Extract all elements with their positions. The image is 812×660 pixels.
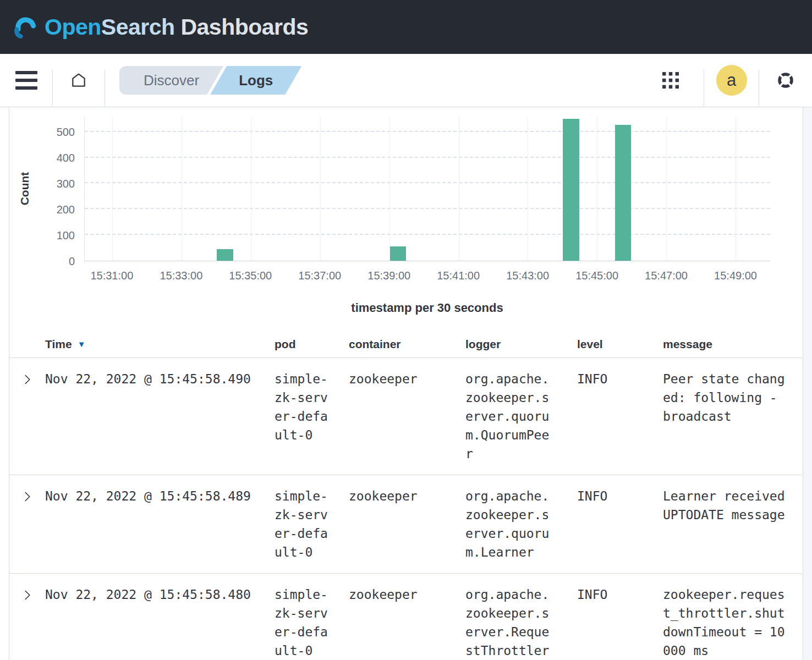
gridline-y bbox=[85, 131, 770, 132]
app-title: OpenSearch Dashboards bbox=[45, 14, 308, 40]
cell-container: zookeeper bbox=[349, 370, 453, 463]
x-tick-label: 15:31:00 bbox=[90, 270, 133, 282]
nav-bar: DiscoverLogs a bbox=[0, 54, 812, 107]
header-expander-spacer bbox=[9, 338, 45, 351]
table-row: Nov 22, 2022 @ 15:45:58.490simple-zk-ser… bbox=[9, 358, 802, 475]
table-body: Nov 22, 2022 @ 15:45:58.490simple-zk-ser… bbox=[9, 358, 802, 660]
x-tick-label: 15:43:00 bbox=[506, 270, 549, 282]
cell-message: Learner received UPTODATE message bbox=[663, 487, 788, 562]
avatar-initial: a bbox=[727, 70, 736, 90]
y-tick-label: 300 bbox=[57, 177, 75, 190]
breadcrumb-discover[interactable]: Discover bbox=[119, 66, 223, 95]
x-axis-ticks: 15:31:0015:33:0015:35:0015:37:0015:39:00… bbox=[84, 270, 770, 286]
column-header-logger[interactable]: logger bbox=[465, 338, 577, 351]
hamburger-icon bbox=[15, 67, 37, 94]
cell-logger: org.apache.zookeeper.server.RequestThrot… bbox=[465, 585, 552, 660]
cell-time: Nov 22, 2022 @ 15:45:58.489 bbox=[45, 487, 275, 562]
home-button[interactable] bbox=[53, 54, 105, 107]
histogram-bar[interactable] bbox=[615, 125, 631, 261]
histogram-bar[interactable] bbox=[217, 249, 233, 261]
help-button[interactable] bbox=[777, 72, 794, 89]
cell-level: INFO bbox=[577, 487, 649, 562]
gridline-y bbox=[85, 182, 770, 183]
x-tick-label: 15:33:00 bbox=[160, 270, 202, 282]
chevron-right-icon bbox=[22, 491, 33, 502]
cell-message: zookeeper.request_throttler.shutdownTime… bbox=[663, 585, 788, 660]
main-content: Count 0100200300400500 15:31:0015:33:001… bbox=[0, 107, 812, 660]
x-tick-label: 15:45:00 bbox=[575, 270, 618, 282]
histogram-bar[interactable] bbox=[390, 246, 406, 261]
cell-time: Nov 22, 2022 @ 15:45:58.480 bbox=[45, 585, 275, 660]
x-tick-label: 15:41:00 bbox=[437, 270, 480, 282]
cell-message: Peer state changed: following - broadcas… bbox=[663, 370, 788, 463]
table-row: Nov 22, 2022 @ 15:45:58.480simple-zk-ser… bbox=[9, 573, 802, 660]
cell-level: INFO bbox=[577, 585, 649, 660]
table-header-row: Time▼podcontainerloggerlevelmessage bbox=[9, 330, 802, 358]
column-header-message[interactable]: message bbox=[663, 338, 802, 351]
column-header-level[interactable]: level bbox=[577, 338, 663, 351]
cell-level: INFO bbox=[577, 370, 649, 463]
documents-table: Time▼podcontainerloggerlevelmessage Nov … bbox=[9, 330, 802, 660]
gridline-x bbox=[320, 117, 321, 261]
x-axis-title: timestamp per 30 seconds bbox=[84, 301, 770, 315]
sort-desc-icon[interactable]: ▼ bbox=[78, 339, 86, 349]
column-header-pod[interactable]: pod bbox=[275, 338, 349, 351]
gridline-x bbox=[736, 117, 736, 261]
avatar[interactable]: a bbox=[716, 65, 747, 96]
x-tick-label: 15:39:00 bbox=[367, 270, 410, 282]
cell-time: Nov 22, 2022 @ 15:45:58.490 bbox=[45, 370, 275, 463]
gridline-y bbox=[85, 208, 770, 209]
cell-pod: simple-zk-server-default-0 bbox=[275, 370, 332, 463]
gridline-x bbox=[459, 117, 459, 261]
gridline-x bbox=[251, 117, 251, 261]
row-expander bbox=[9, 585, 45, 660]
cell-pod: simple-zk-server-default-0 bbox=[275, 487, 332, 562]
table-row: Nov 22, 2022 @ 15:45:58.489simple-zk-ser… bbox=[9, 475, 802, 573]
home-icon bbox=[70, 72, 87, 89]
chevron-right-icon bbox=[22, 374, 33, 385]
histogram-bar[interactable] bbox=[563, 119, 579, 261]
help-icon bbox=[777, 72, 794, 89]
cell-container: zookeeper bbox=[349, 585, 453, 660]
expand-row-button[interactable] bbox=[20, 489, 35, 506]
y-tick-label: 100 bbox=[57, 229, 75, 241]
y-tick-label: 0 bbox=[69, 255, 75, 268]
gridline-y bbox=[85, 157, 770, 158]
y-tick-label: 500 bbox=[57, 125, 75, 138]
y-tick-label: 400 bbox=[57, 151, 75, 164]
histogram-chart: Count 0100200300400500 15:31:0015:33:001… bbox=[0, 107, 812, 330]
row-expander bbox=[9, 487, 45, 562]
brand-open: Open bbox=[45, 14, 101, 40]
breadcrumb-logs[interactable]: Logs bbox=[210, 66, 301, 95]
cell-logger: org.apache.zookeeper.server.quorum.Learn… bbox=[465, 487, 552, 562]
menu-button[interactable] bbox=[0, 54, 52, 107]
gridline-x bbox=[389, 117, 390, 261]
gridline-x bbox=[666, 117, 667, 261]
x-tick-label: 15:49:00 bbox=[714, 270, 757, 282]
cell-container: zookeeper bbox=[349, 487, 453, 562]
y-axis-ticks: 0100200300400500 bbox=[0, 117, 84, 261]
cell-pod: simple-zk-server-default-0 bbox=[275, 585, 332, 660]
column-header-container[interactable]: container bbox=[349, 338, 465, 351]
row-expander bbox=[9, 370, 45, 463]
chevron-right-icon bbox=[22, 590, 33, 601]
column-header-time[interactable]: Time▼ bbox=[45, 338, 275, 351]
gridline-x bbox=[182, 117, 182, 261]
cell-logger: org.apache.zookeeper.server.quorum.Quoru… bbox=[465, 370, 552, 463]
gridline-y bbox=[85, 234, 770, 235]
gridline-x bbox=[112, 117, 113, 261]
expand-row-button[interactable] bbox=[20, 587, 35, 604]
plot-area bbox=[84, 117, 770, 261]
gridline-x bbox=[597, 117, 597, 261]
apps-button[interactable] bbox=[638, 54, 704, 107]
divider bbox=[105, 70, 105, 106]
expand-row-button[interactable] bbox=[20, 372, 35, 389]
brand-dashboards: Dashboards bbox=[175, 14, 309, 40]
breadcrumb: DiscoverLogs bbox=[119, 66, 301, 95]
app-header: OpenSearch Dashboards bbox=[0, 0, 812, 54]
nav-right: a bbox=[638, 54, 812, 107]
opensearch-logo-icon bbox=[14, 14, 38, 40]
brand-search: Search bbox=[101, 14, 175, 40]
grid-icon bbox=[662, 72, 679, 89]
y-tick-label: 200 bbox=[57, 203, 75, 216]
